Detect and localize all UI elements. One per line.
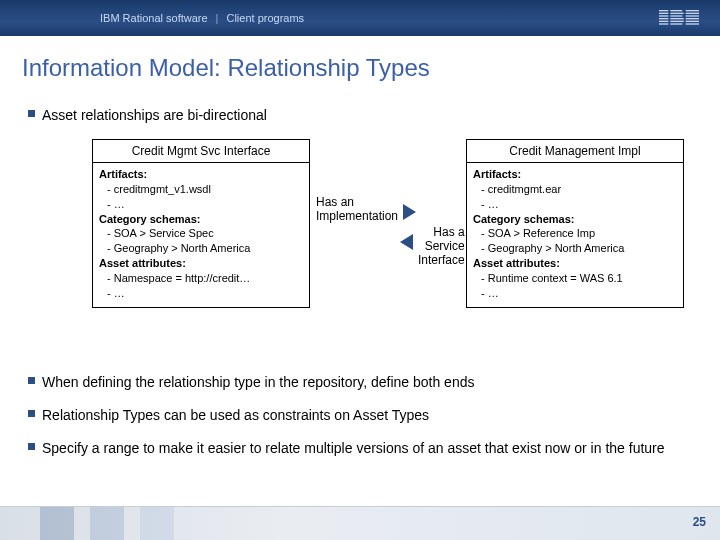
svg-rect-6 [670, 10, 682, 11]
svg-rect-7 [670, 13, 683, 14]
asset-b-category-header: Category schemas: [473, 212, 677, 227]
svg-rect-3 [659, 18, 668, 19]
rel-back-line3: Interface [418, 253, 465, 267]
relationship-label-back: Has a Service Interface [418, 225, 465, 267]
svg-rect-4 [659, 21, 668, 22]
page-number: 25 [693, 515, 706, 529]
asset-b-category-2: - Geography > North America [473, 241, 677, 256]
svg-rect-16 [686, 21, 699, 22]
asset-a-artifacts-header: Artifacts: [99, 167, 303, 182]
asset-a-category-header: Category schemas: [99, 212, 303, 227]
asset-a-attr-2: - … [99, 286, 303, 301]
header-bar: IBM Rational software | Client programs [0, 0, 720, 36]
footer-decoration-icon [90, 507, 124, 540]
asset-a-artifact-2: - … [99, 197, 303, 212]
svg-rect-8 [670, 15, 682, 16]
asset-b-artifact-1: - creditmgmt.ear [473, 182, 677, 197]
asset-a-title: Credit Mgmt Svc Interface [93, 140, 309, 163]
bullet-1: When defining the relationship type in t… [28, 373, 692, 392]
header-section: Client programs [226, 12, 304, 24]
asset-a-category-2: - Geography > North America [99, 241, 303, 256]
asset-a-attr-header: Asset attributes: [99, 256, 303, 271]
svg-rect-15 [686, 18, 699, 19]
footer-decoration-icon [40, 507, 74, 540]
page-title: Information Model: Relationship Types [0, 36, 720, 92]
svg-rect-2 [659, 15, 668, 16]
asset-b-title: Credit Management Impl [467, 140, 683, 163]
svg-rect-14 [686, 15, 699, 16]
arrow-right-icon [404, 205, 416, 219]
svg-rect-9 [670, 18, 683, 19]
asset-b-attr-2: - … [473, 286, 677, 301]
rel-forward-line1: Has an [316, 195, 398, 209]
rel-forward-line2: Implementation [316, 209, 398, 223]
svg-rect-5 [659, 23, 668, 24]
asset-a-attr-1: - Namespace = http://credit… [99, 271, 303, 286]
footer-bar: 25 [0, 506, 720, 540]
svg-rect-17 [686, 23, 699, 24]
bullet-top: Asset relationships are bi-directional [28, 106, 692, 125]
svg-rect-12 [686, 10, 699, 11]
asset-a-category-1: - SOA > Service Spec [99, 226, 303, 241]
bullet-3: Specify a range to make it easier to rel… [28, 439, 692, 458]
ibm-logo-icon [658, 10, 700, 26]
asset-b-attr-header: Asset attributes: [473, 256, 677, 271]
arrow-left-icon [400, 235, 412, 249]
bullet-2: Relationship Types can be used as constr… [28, 406, 692, 425]
relationship-diagram: Credit Mgmt Svc Interface Artifacts: - c… [0, 139, 720, 359]
asset-b-artifact-2: - … [473, 197, 677, 212]
rel-back-line1: Has a [418, 225, 465, 239]
asset-b-attr-1: - Runtime context = WAS 6.1 [473, 271, 677, 286]
svg-rect-11 [670, 23, 682, 24]
asset-box-a: Credit Mgmt Svc Interface Artifacts: - c… [92, 139, 310, 308]
relationship-label-forward: Has an Implementation [316, 195, 398, 223]
header-separator: | [216, 12, 219, 24]
header-brand: IBM Rational software [100, 12, 208, 24]
svg-rect-1 [659, 13, 668, 14]
asset-a-artifact-1: - creditmgmt_v1.wsdl [99, 182, 303, 197]
asset-b-category-1: - SOA > Reference Imp [473, 226, 677, 241]
rel-back-line2: Service [418, 239, 465, 253]
svg-rect-13 [686, 13, 699, 14]
asset-box-b: Credit Management Impl Artifacts: - cred… [466, 139, 684, 308]
asset-b-artifacts-header: Artifacts: [473, 167, 677, 182]
footer-decoration-icon [140, 507, 174, 540]
svg-rect-10 [670, 21, 683, 22]
svg-rect-0 [659, 10, 668, 11]
